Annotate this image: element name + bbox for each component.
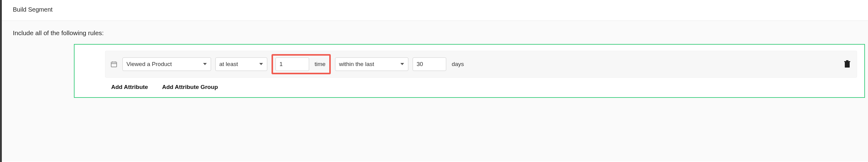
event-select-value: Viewed a Product: [126, 61, 172, 68]
count-highlight: time: [272, 54, 331, 74]
calendar-icon: [110, 60, 118, 69]
add-attribute-button[interactable]: Add Attribute: [111, 84, 148, 90]
count-unit-label: time: [313, 61, 327, 68]
sidebar-edge: [0, 0, 2, 161]
body: Include all of the following rules: View…: [2, 21, 868, 161]
rule-group: Viewed a Product at least time w: [74, 44, 865, 98]
frequency-select-value: at least: [219, 61, 238, 68]
delete-rule-button[interactable]: [842, 59, 852, 70]
event-select[interactable]: Viewed a Product: [122, 57, 211, 71]
chevron-down-icon: [203, 63, 207, 66]
header: Build Segment: [2, 0, 868, 21]
page-title: Build Segment: [13, 6, 857, 13]
svg-rect-0: [111, 62, 117, 67]
rules-intro: Include all of the following rules:: [13, 29, 857, 37]
add-attribute-group-button[interactable]: Add Attribute Group: [162, 84, 218, 90]
trash-icon: [844, 60, 850, 68]
rule-row: Viewed a Product at least time w: [105, 51, 857, 78]
svg-rect-6: [846, 60, 848, 61]
rule-actions: Add Attribute Add Attribute Group: [105, 78, 857, 90]
count-input[interactable]: [276, 57, 309, 71]
svg-rect-4: [845, 62, 850, 68]
svg-rect-5: [844, 61, 850, 62]
window-value-input[interactable]: [413, 57, 446, 71]
chevron-down-icon: [259, 63, 263, 66]
chevron-down-icon: [400, 63, 404, 66]
frequency-select[interactable]: at least: [215, 57, 267, 71]
page: Build Segment Include all of the followi…: [2, 0, 868, 161]
window-unit-label: days: [451, 61, 465, 68]
window-select[interactable]: within the last: [335, 57, 408, 71]
window-select-value: within the last: [339, 61, 374, 68]
